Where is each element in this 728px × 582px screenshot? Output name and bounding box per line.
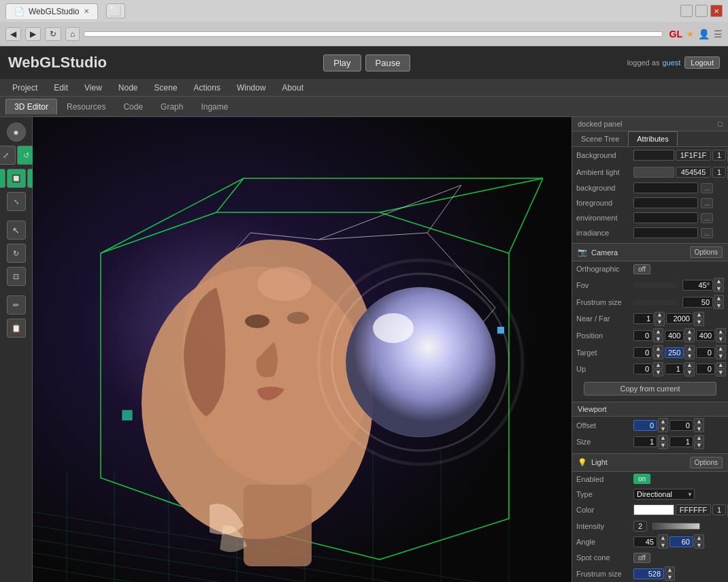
menu-view[interactable]: View [78,82,109,94]
maximize-button[interactable]: □ [695,5,708,17]
tab-attributes[interactable]: Attributes [628,131,677,146]
fg-texture-input[interactable] [633,197,698,208]
pos-x-down[interactable]: ▼ [653,336,663,342]
tgt-y-input[interactable]: 250 [665,347,684,358]
menu-node[interactable]: Node [112,82,145,94]
size-y-input[interactable]: 1 [669,436,693,447]
tgt-y-up[interactable]: ▲ [684,345,695,352]
tab-3d-editor[interactable]: 3D Editor [5,99,57,114]
size-y-up[interactable]: ▲ [694,435,704,442]
intensity-slider[interactable] [652,523,700,530]
tab-scene-tree[interactable]: Scene Tree [572,131,628,146]
background-color-swatch[interactable] [633,150,674,161]
tab-code[interactable]: Code [115,99,151,114]
far-up[interactable]: ▲ [694,312,704,319]
pos-x-up[interactable]: ▲ [653,328,663,335]
panel-close-button[interactable]: □ [718,120,723,128]
light-frustum-input[interactable]: 528 [633,568,664,579]
new-tab-button[interactable]: ⬜ [106,3,125,18]
near-up[interactable]: ▲ [655,312,665,319]
bg-texture-input[interactable] [633,182,698,193]
home-button[interactable]: ⌂ [65,27,80,41]
address-bar[interactable] [84,31,662,37]
frustum-size-input[interactable]: 50 [682,297,713,308]
menu-scene[interactable]: Scene [148,82,184,94]
up-x-down[interactable]: ▼ [653,370,663,376]
expand-button[interactable]: ⤡ [7,192,26,211]
layer-icon[interactable]: ⊡ [7,267,26,286]
tgt-x-input[interactable]: 0 [633,347,652,358]
menu-window[interactable]: Window [230,82,273,94]
3d-viewport[interactable]: -X +Z [33,117,572,582]
type-select[interactable]: Directional Point Spot [633,489,695,500]
pos-y-down[interactable]: ▼ [684,336,695,342]
ambient-color-swatch[interactable] [633,167,674,178]
rotate-view-tool[interactable]: ↻ [7,244,26,263]
light-frustum-up[interactable]: ▲ [665,566,675,573]
tab-resources[interactable]: Resources [59,99,114,114]
far-down[interactable]: ▼ [694,319,704,326]
enabled-toggle[interactable]: on [633,474,650,484]
near-input[interactable]: 1 [633,313,654,324]
fov-input[interactable]: 45° [682,280,713,291]
menu-edit[interactable]: Edit [47,82,75,94]
tgt-z-input[interactable]: 0 [696,347,715,358]
angle-x-input[interactable]: 45 [633,536,657,547]
cursor-tool[interactable]: ↖ [7,221,26,240]
size-x-input[interactable]: 1 [633,436,657,447]
size-y-down[interactable]: ▼ [694,442,704,449]
up-y-down[interactable]: ▼ [684,370,695,376]
browser-tab[interactable]: 📄 WebGLStudio ✕ [5,3,98,19]
move-tool-button[interactable]: ⤢ [0,146,16,165]
offset-x-input[interactable]: 0 [633,420,657,431]
fov-up[interactable]: ▲ [714,278,724,285]
offset-y-up[interactable]: ▲ [694,418,704,425]
angle-x-up[interactable]: ▲ [658,534,668,541]
notes-tool[interactable]: 📋 [7,319,26,338]
near-down[interactable]: ▼ [655,319,665,326]
spot-cone-toggle[interactable]: off [633,553,650,563]
up-z-down[interactable]: ▼ [716,370,726,376]
back-button[interactable]: ◀ [5,27,21,41]
up-x-up[interactable]: ▲ [653,362,663,369]
irr-texture-btn[interactable]: ... [701,228,713,238]
menu-actions[interactable]: Actions [187,82,227,94]
forward-button[interactable]: ▶ [25,27,41,41]
snap-button[interactable]: 🔲 [7,169,26,188]
pos-x-input[interactable]: 0 [633,330,652,341]
tgt-z-down[interactable]: ▼ [716,353,726,359]
up-y-up[interactable]: ▲ [684,362,695,369]
close-button[interactable]: ✕ [710,5,723,17]
camera-options-button[interactable]: Options [690,246,723,258]
orthographic-toggle[interactable]: off [633,264,650,274]
logout-button[interactable]: Logout [684,56,720,69]
tgt-x-down[interactable]: ▼ [653,353,663,359]
copy-from-current-button[interactable]: Copy from current [584,382,716,395]
angle-y-input[interactable]: 60 [669,536,693,547]
scale-tool-button[interactable]: ⊞ [0,169,5,188]
size-x-up[interactable]: ▲ [658,435,668,442]
tgt-z-up[interactable]: ▲ [716,345,726,352]
env-texture-btn[interactable]: ... [701,213,713,223]
pause-button[interactable]: Pause [365,54,411,71]
pos-y-input[interactable]: 400 [665,330,684,341]
tab-close-icon[interactable]: ✕ [84,7,89,15]
env-texture-input[interactable] [633,212,698,223]
star-icon[interactable]: ★ [686,29,694,39]
frustum-size-up[interactable]: ▲ [714,295,724,302]
menu-project[interactable]: Project [5,82,44,94]
tab-graph[interactable]: Graph [152,99,191,114]
fov-down[interactable]: ▼ [714,285,724,292]
minimize-button[interactable]: — [680,5,693,17]
far-input[interactable]: 2000 [666,313,693,324]
pos-z-down[interactable]: ▼ [716,336,726,342]
offset-y-input[interactable]: 0 [669,420,693,431]
light-frustum-down[interactable]: ▼ [665,574,675,581]
angle-y-down[interactable]: ▼ [694,542,704,549]
angle-x-down[interactable]: ▼ [658,542,668,549]
up-y-input[interactable]: 1 [665,363,684,374]
size-x-down[interactable]: ▼ [658,442,668,449]
up-z-input[interactable]: 0 [696,363,715,374]
paint-tool[interactable]: ✏ [7,295,26,314]
menu-icon[interactable]: ☰ [714,29,723,39]
